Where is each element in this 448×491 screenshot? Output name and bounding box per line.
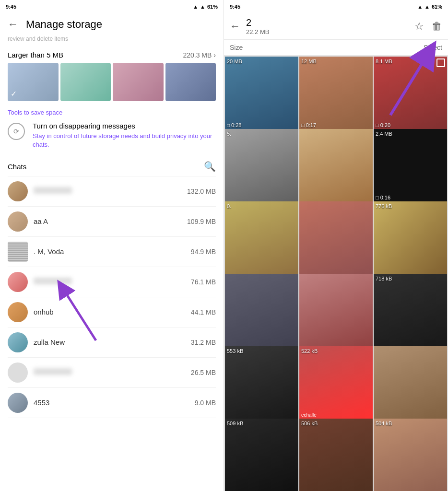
media-size: 504 kB xyxy=(376,421,392,426)
media-size: 8.1 MB xyxy=(376,58,392,64)
chat-name-blurred xyxy=(34,187,72,194)
grid-item[interactable]: 718 kB xyxy=(374,274,447,347)
right-sub-header: Size Select xyxy=(224,40,448,56)
chat-item[interactable]: 4553 9.0 MB xyxy=(0,388,224,418)
tools-item-title: Turn on disappearing messages xyxy=(33,122,216,130)
avatar xyxy=(8,272,28,292)
media-grid: 20 MB □0:28 12 MB □0:17 8.1 MB □0:20 5. xyxy=(224,56,448,491)
manage-storage-header: ← Manage storage xyxy=(0,13,224,35)
chats-header: Chats 🔍 xyxy=(0,153,224,176)
grid-item[interactable]: 5. xyxy=(225,129,298,202)
disappearing-icon: ⟳ xyxy=(8,123,25,140)
media-duration: □0:28 xyxy=(227,122,241,128)
media-thumb-1[interactable]: ✓ xyxy=(8,63,59,101)
tools-label: Tools to save space xyxy=(8,109,216,116)
chat-size: 76.1 MB xyxy=(191,278,216,286)
item-checkbox[interactable] xyxy=(436,58,445,67)
media-size: 553 kB xyxy=(227,348,243,354)
avatar xyxy=(8,302,28,322)
grid-item[interactable]: 776 kB xyxy=(374,201,447,275)
grid-item[interactable]: 2.4 MB □0:16 xyxy=(374,129,447,202)
chat-name: aa A xyxy=(34,217,48,225)
battery-left: 61% xyxy=(207,4,218,10)
select-label[interactable]: Select xyxy=(424,44,442,51)
media-thumb-2[interactable] xyxy=(60,63,111,101)
selection-size: 22.2 MB xyxy=(246,28,269,35)
chat-size: 31.2 MB xyxy=(191,339,216,346)
chat-item[interactable]: onhub 44.1 MB xyxy=(0,297,224,327)
media-size: 522 kB xyxy=(301,348,318,354)
avatar xyxy=(8,242,28,262)
chat-item[interactable]: zulla New 31.2 MB xyxy=(0,327,224,357)
grid-item[interactable] xyxy=(299,201,373,275)
chats-label: Chats xyxy=(8,163,26,171)
wifi-icon-right: ▲ xyxy=(417,4,423,10)
status-bar-right: 9:45 ▲ ▲ 61% xyxy=(224,0,448,13)
avatar xyxy=(8,332,28,352)
chat-item[interactable]: 76.1 MB xyxy=(0,267,224,297)
check-icon: ✓ xyxy=(11,89,17,98)
chat-size: 94.9 MB xyxy=(191,248,216,256)
media-size: 718 kB xyxy=(376,276,392,281)
tools-section: Tools to save space ⟳ Turn on disappeari… xyxy=(0,101,224,153)
tools-item-desc: Stay in control of future storage needs … xyxy=(33,132,216,149)
avatar xyxy=(8,211,28,232)
signal-icon-right: ▲ xyxy=(424,4,430,10)
chat-name: 4553 xyxy=(34,398,49,407)
chat-size: 9.0 MB xyxy=(195,399,216,407)
search-button[interactable]: 🔍 xyxy=(204,161,216,172)
media-size: 509 kB xyxy=(227,421,243,426)
back-button-right[interactable]: ← xyxy=(230,20,240,33)
chat-name: zulla New xyxy=(34,338,65,346)
grid-item[interactable] xyxy=(299,274,373,347)
larger-size: 220.3 MB › xyxy=(183,51,216,59)
page-title: Manage storage xyxy=(26,18,216,31)
delete-button[interactable]: 🗑 xyxy=(432,20,442,33)
size-sort-label[interactable]: Size xyxy=(230,44,243,51)
chat-name: . M, Voda xyxy=(34,247,64,256)
grid-item[interactable]: 8.1 MB □0:20 xyxy=(374,57,447,130)
grid-item[interactable]: 509 kB xyxy=(225,419,298,491)
selection-count: 2 xyxy=(246,17,251,28)
grid-item[interactable]: 506 kB xyxy=(299,419,373,491)
chat-item[interactable]: 26.5 MB xyxy=(0,358,224,387)
media-size: 776 kB xyxy=(376,203,392,209)
chat-item[interactable]: 132.0 MB xyxy=(0,176,224,206)
chat-name: onhub xyxy=(34,308,54,316)
chat-item[interactable]: aa A 109.9 MB xyxy=(0,207,224,236)
chat-name-blurred xyxy=(34,368,72,375)
chat-size: 109.9 MB xyxy=(187,218,216,225)
grid-item[interactable]: 0. xyxy=(225,201,298,275)
grid-item[interactable] xyxy=(299,129,373,202)
media-size: 5. xyxy=(227,131,231,137)
time-left: 9:45 xyxy=(6,4,16,10)
chat-item[interactable]: . M, Voda 94.9 MB xyxy=(0,237,224,267)
grid-item[interactable]: 504 kB xyxy=(374,419,447,491)
chat-size: 44.1 MB xyxy=(191,308,216,316)
avatar xyxy=(8,362,28,383)
grid-item[interactable] xyxy=(225,274,298,347)
disappearing-messages-item[interactable]: ⟳ Turn on disappearing messages Stay in … xyxy=(8,122,216,149)
grid-item[interactable]: 12 MB □0:17 xyxy=(299,57,373,130)
chat-size: 132.0 MB xyxy=(187,187,216,195)
star-button[interactable]: ☆ xyxy=(414,20,424,33)
time-right: 9:45 xyxy=(230,4,240,10)
media-thumb-3[interactable] xyxy=(113,63,164,101)
larger-label: Larger than 5 MB xyxy=(8,51,63,59)
media-thumb-4[interactable] xyxy=(165,63,216,101)
back-button-left[interactable]: ← xyxy=(8,18,18,31)
larger-section-row[interactable]: Larger than 5 MB 220.3 MB › xyxy=(0,45,224,63)
media-size: 12 MB xyxy=(301,58,317,64)
chat-name-blurred xyxy=(34,278,72,284)
grid-item[interactable]: 20 MB □0:28 xyxy=(225,57,298,130)
avatar xyxy=(8,393,28,413)
wifi-icon: ▲ xyxy=(193,4,198,10)
right-header: ← 2 22.2 MB ☆ 🗑 xyxy=(224,13,448,40)
grid-item[interactable]: 522 kB echalle xyxy=(299,346,373,420)
grid-item[interactable] xyxy=(374,346,447,420)
media-preview-strip[interactable]: ✓ xyxy=(0,63,224,101)
status-bar-left: 9:45 ▲ ▲ 61% xyxy=(0,0,224,13)
grid-item[interactable]: 553 kB xyxy=(225,346,298,420)
media-duration: □0:16 xyxy=(376,195,390,200)
media-duration: □0:20 xyxy=(376,122,390,128)
